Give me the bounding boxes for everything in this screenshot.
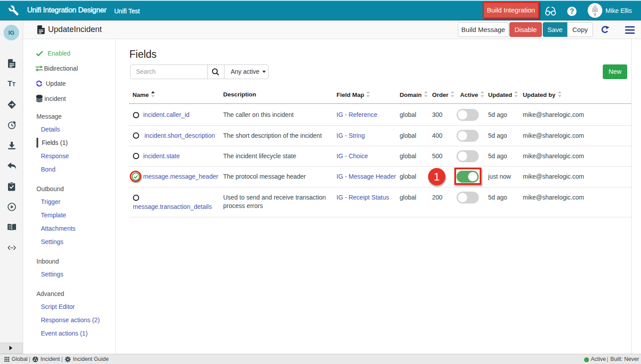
svg-text:?: ? (569, 7, 574, 15)
